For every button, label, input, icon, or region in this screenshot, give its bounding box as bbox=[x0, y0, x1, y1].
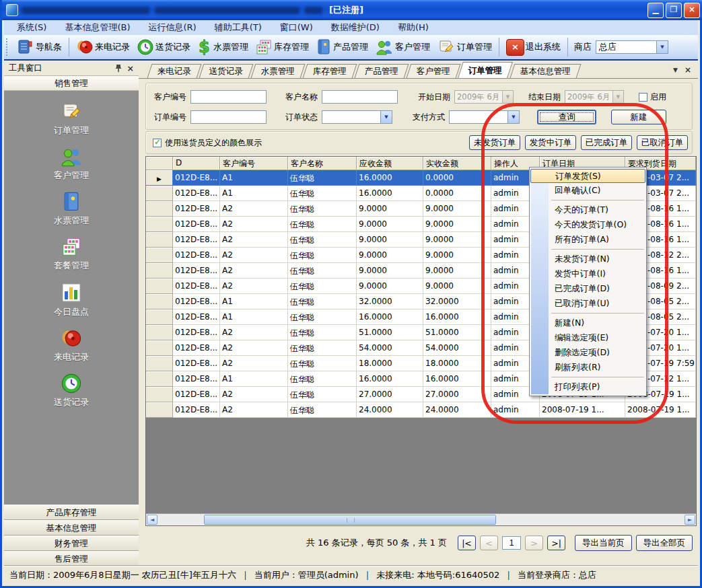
row-selector-cell[interactable] bbox=[146, 402, 173, 418]
toolbar-order-button[interactable]: 订单管理 bbox=[433, 36, 495, 58]
delivery-color-checkbox[interactable] bbox=[153, 139, 162, 147]
menu-item-help[interactable]: 帮助(H) bbox=[392, 22, 435, 34]
row-selector-cell[interactable] bbox=[146, 309, 173, 325]
end-date-picker[interactable]: 2009年 6月 8日 ▼ bbox=[565, 90, 624, 104]
row-selector-cell[interactable] bbox=[146, 170, 173, 186]
scroll-left-icon[interactable]: ◄ bbox=[147, 515, 157, 525]
close-button[interactable]: × bbox=[684, 3, 700, 18]
page-number-input[interactable] bbox=[502, 536, 521, 550]
row-selector-cell[interactable] bbox=[146, 263, 173, 279]
sidebar-item-water-ticket[interactable]: 水票管理 bbox=[4, 191, 139, 227]
enable-checkbox[interactable] bbox=[639, 93, 647, 102]
sidebar-item-order-mgmt[interactable]: 订单管理 bbox=[4, 101, 139, 137]
order-no-input[interactable] bbox=[190, 110, 267, 124]
start-date-picker[interactable]: 2009年 6月 8日 ▼ bbox=[454, 90, 514, 104]
tab-call-log[interactable]: 来电记录 bbox=[147, 64, 202, 78]
order-status-select[interactable]: ▼ bbox=[322, 110, 392, 124]
menu-item-window[interactable]: 窗口(W) bbox=[274, 22, 319, 34]
menu-item-system[interactable]: 系统(S) bbox=[11, 22, 52, 34]
completed-orders-button[interactable]: 已完成订单 bbox=[581, 135, 632, 150]
tab-delivery-log[interactable]: 送货记录 bbox=[199, 64, 254, 78]
tab-water-ticket[interactable]: 水票管理 bbox=[251, 64, 306, 78]
sidebar-item-call-log[interactable]: 来电记录 bbox=[4, 328, 139, 363]
horizontal-scrollbar[interactable]: ◄ ► bbox=[146, 513, 696, 525]
tab-customer[interactable]: 客户管理 bbox=[407, 64, 461, 78]
toolbar-product-button[interactable]: 产品管理 bbox=[312, 36, 372, 58]
header-receivable[interactable]: 应收金额 bbox=[357, 157, 423, 170]
header-id[interactable]: D bbox=[173, 157, 220, 170]
scroll-right-icon[interactable]: ► bbox=[685, 515, 695, 525]
menu-item-completed-orders[interactable]: 已完成订单(D) bbox=[530, 281, 646, 296]
pin-icon[interactable] bbox=[115, 64, 122, 73]
toolbar-inventory-button[interactable]: 库存管理 bbox=[252, 36, 312, 58]
tab-order-mgmt-active[interactable]: 订单管理 bbox=[458, 62, 513, 78]
menu-item-shipping-orders[interactable]: 发货中订单(I) bbox=[530, 266, 646, 281]
sidebar-item-customer-mgmt[interactable]: 客户管理 bbox=[4, 146, 139, 182]
row-selector-cell[interactable] bbox=[146, 186, 173, 201]
export-current-page-button[interactable]: 导出当前页 bbox=[575, 535, 632, 551]
shipping-orders-button[interactable]: 发货中订单 bbox=[525, 135, 576, 150]
header-customer-name[interactable]: 客户名称 bbox=[288, 157, 357, 170]
prev-page-button[interactable]: < bbox=[480, 536, 498, 550]
sidebar-group-product-inventory[interactable]: 产品库存管理 bbox=[4, 505, 139, 520]
row-selector-cell[interactable] bbox=[146, 294, 173, 309]
maximize-button[interactable]: ❐ bbox=[666, 3, 682, 18]
tab-basic-info[interactable]: 基本信息管理 bbox=[510, 64, 582, 78]
header-received[interactable]: 实收金额 bbox=[423, 157, 491, 170]
toolbar-water-ticket-button[interactable]: $ 水票管理 bbox=[194, 36, 252, 58]
row-selector-cell[interactable] bbox=[146, 325, 173, 340]
row-selector-cell[interactable] bbox=[146, 371, 173, 387]
chevron-down-icon[interactable]: ▼ bbox=[673, 65, 678, 75]
last-page-button[interactable]: >| bbox=[547, 536, 565, 550]
toolbar-customer-button[interactable]: 客户管理 bbox=[372, 36, 433, 58]
menu-item-refresh-list[interactable]: 刷新列表(R) bbox=[530, 360, 646, 375]
menu-item-data-maint[interactable]: 数据维护(D) bbox=[325, 22, 386, 34]
menu-item-all-orders[interactable]: 所有的订单(A) bbox=[530, 232, 646, 247]
toolbar-nav-bar-button[interactable]: 导航条 bbox=[13, 36, 65, 58]
chevron-down-icon[interactable]: ▼ bbox=[502, 91, 513, 103]
row-selector-cell[interactable] bbox=[146, 387, 173, 402]
row-selector-cell[interactable] bbox=[146, 232, 173, 248]
menu-item-basic-info[interactable]: 基本信息管理(B) bbox=[59, 22, 136, 34]
sidebar-item-delivery-log[interactable]: 送货记录 bbox=[4, 373, 139, 408]
menu-item-edit-selected[interactable]: 编辑选定项(E) bbox=[530, 330, 646, 345]
menu-item-delete-selected[interactable]: 删除选定项(D) bbox=[530, 345, 646, 360]
chevron-down-icon[interactable]: ▼ bbox=[507, 111, 519, 123]
close-icon[interactable]: × bbox=[127, 63, 134, 73]
menu-item-todays-orders[interactable]: 今天的订单(T) bbox=[530, 203, 646, 217]
cancelled-orders-button[interactable]: 已取消订单 bbox=[637, 135, 688, 150]
row-selector-cell[interactable] bbox=[146, 217, 173, 232]
unshipped-orders-button[interactable]: 未发货订单 bbox=[469, 135, 520, 150]
sidebar-group-basic-info[interactable]: 基本信息管理 bbox=[4, 520, 139, 536]
tab-product[interactable]: 产品管理 bbox=[355, 64, 409, 78]
row-selector-cell[interactable] bbox=[146, 279, 173, 294]
title-bar[interactable]: [已注册] ▁ ❐ × bbox=[2, 0, 702, 20]
menu-item-new[interactable]: 新建(N) bbox=[530, 316, 646, 330]
chevron-down-icon[interactable]: ▼ bbox=[656, 41, 668, 53]
toolbar-delivery-log-button[interactable]: 送货记录 bbox=[133, 36, 194, 58]
scrollbar-thumb[interactable] bbox=[204, 515, 496, 525]
minimize-button[interactable]: ▁ bbox=[647, 3, 664, 18]
shop-select[interactable]: 总店 ▼ bbox=[596, 40, 668, 54]
menu-item-confirm-receipt[interactable]: 回单确认(C) bbox=[530, 183, 646, 198]
menu-item-cancelled-orders[interactable]: 已取消订单(U) bbox=[530, 296, 646, 311]
sidebar-group-after-sales[interactable]: 售后管理 bbox=[4, 551, 139, 566]
first-page-button[interactable]: |< bbox=[458, 536, 476, 550]
sidebar-item-today-check[interactable]: 今日盘点 bbox=[4, 281, 139, 318]
tab-inventory[interactable]: 库存管理 bbox=[303, 64, 357, 78]
close-icon[interactable]: × bbox=[685, 65, 691, 75]
menu-item-aux-tools[interactable]: 辅助工具(T) bbox=[209, 22, 268, 34]
row-selector-cell[interactable] bbox=[146, 356, 173, 371]
table-row[interactable]: 012D-E8... A2 伍华聪 24.0000 24.0000 admin … bbox=[146, 402, 696, 418]
menu-item-print-list[interactable]: 打印列表(P) bbox=[530, 379, 646, 394]
next-page-button[interactable]: > bbox=[525, 536, 543, 550]
row-selector-cell[interactable] bbox=[146, 248, 173, 263]
menu-item-run-info[interactable]: 运行信息(R) bbox=[142, 22, 202, 34]
chevron-down-icon[interactable]: ▼ bbox=[612, 91, 623, 103]
customer-no-input[interactable] bbox=[190, 90, 267, 104]
sidebar-group-finance[interactable]: 财务管理 bbox=[4, 536, 139, 551]
sidebar-item-package-mgmt[interactable]: 套餐管理 bbox=[4, 236, 139, 272]
new-button[interactable]: 新建 bbox=[611, 110, 666, 124]
toolbar-exit-button[interactable]: × 退出系统 bbox=[503, 36, 564, 58]
customer-name-input[interactable] bbox=[322, 90, 398, 104]
